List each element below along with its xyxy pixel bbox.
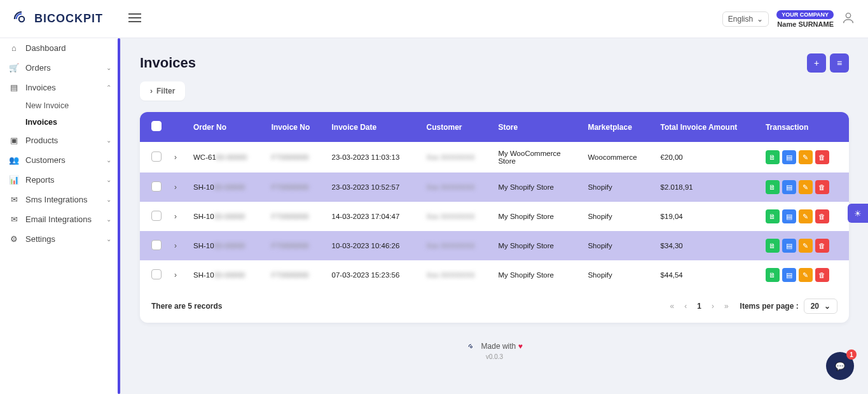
file-icon: 🗎 <box>769 153 776 161</box>
view-invoice-button[interactable]: ▤ <box>782 209 796 223</box>
expand-row[interactable]: › <box>174 183 177 192</box>
pagination: « ‹ 1 › » <box>670 302 729 311</box>
th-date[interactable]: Invoice Date <box>326 112 420 142</box>
svg-point-2 <box>471 346 472 348</box>
language-selector[interactable]: English ⌄ <box>722 11 769 27</box>
row-checkbox[interactable] <box>151 269 162 279</box>
page-first[interactable]: « <box>670 302 675 311</box>
footer-logo-icon <box>466 344 476 350</box>
row-checkbox[interactable] <box>151 181 162 192</box>
edit-invoice-button[interactable]: ✎ <box>799 239 813 253</box>
view-invoice-button[interactable]: ▤ <box>782 180 796 194</box>
delete-invoice-button[interactable]: 🗑 <box>815 268 829 282</box>
filter-button[interactable]: › Filter <box>140 81 185 101</box>
page-prev[interactable]: ‹ <box>684 302 687 311</box>
th-order[interactable]: Order No <box>187 112 265 142</box>
th-store[interactable]: Store <box>492 112 581 142</box>
row-checkbox[interactable] <box>151 240 162 250</box>
select-all-checkbox[interactable] <box>151 121 162 131</box>
theme-toggle[interactable]: ☀ <box>848 204 868 223</box>
edit-invoice-button[interactable]: ✎ <box>799 209 813 223</box>
file-icon: 🗎 <box>769 213 776 220</box>
delete-invoice-button[interactable]: 🗑 <box>815 180 829 194</box>
download-invoice-button[interactable]: 🗎 <box>766 268 780 282</box>
heart-icon: ♥ <box>518 342 523 351</box>
sidebar-item-invoices[interactable]: ▤Invoices⌃ <box>0 78 120 97</box>
sidebar-item-email[interactable]: ✉Email Integrations⌄ <box>0 209 120 229</box>
view-invoice-button[interactable]: ▤ <box>782 150 796 164</box>
cell-date: 07-03-2023 15:23:56 <box>326 260 420 290</box>
cell-order: WC-6100-00000 <box>187 142 265 172</box>
cell-invoice: FT0000000 <box>265 142 326 172</box>
chevron-up-icon: ⌃ <box>106 84 111 91</box>
topbar: BICOCKPIT English ⌄ YOUR COMPANY Name SU… <box>0 0 868 38</box>
sidebar-item-products[interactable]: ▣Products⌄ <box>0 130 120 150</box>
pencil-icon: ✎ <box>803 213 808 221</box>
cell-date: 23-03-2023 11:03:13 <box>326 142 420 172</box>
page-last[interactable]: » <box>724 302 729 311</box>
th-marketplace[interactable]: Marketplace <box>581 112 654 142</box>
th-transaction: Transaction <box>759 112 849 142</box>
box-icon: ▣ <box>9 136 19 145</box>
sidebar-item-label: Orders <box>25 63 51 73</box>
home-icon: ⌂ <box>9 43 19 53</box>
sidebar-item-sms[interactable]: ✉Sms Integrations⌄ <box>0 190 120 209</box>
sidebar-item-customers[interactable]: 👥Customers⌄ <box>0 150 120 170</box>
sidebar-item-settings[interactable]: ⚙Settings⌄ <box>0 229 120 249</box>
doc-icon: ▤ <box>9 83 19 92</box>
table-row: ›SH-1000-00000FT000000014-03-2023 17:04:… <box>140 202 849 231</box>
delete-invoice-button[interactable]: 🗑 <box>815 239 829 253</box>
menu-toggle[interactable] <box>128 13 141 24</box>
edit-invoice-button[interactable]: ✎ <box>799 268 813 282</box>
sidebar-item-dashboard[interactable]: ⌂Dashboard <box>0 38 120 58</box>
delete-invoice-button[interactable]: 🗑 <box>815 150 829 164</box>
cell-amount: $2.018,91 <box>654 172 759 202</box>
th-customer[interactable]: Customer <box>420 112 492 142</box>
sidebar: ⌂Dashboard 🛒Orders⌄ ▤Invoices⌃ New Invoi… <box>0 38 121 394</box>
logo[interactable]: BICOCKPIT <box>13 10 103 28</box>
th-invoice[interactable]: Invoice No <box>265 112 326 142</box>
cell-marketplace: Shopify <box>581 202 654 231</box>
delete-invoice-button[interactable]: 🗑 <box>815 209 829 223</box>
expand-row[interactable]: › <box>174 212 177 221</box>
pencil-icon: ✎ <box>803 271 808 279</box>
chevron-down-icon: ⌄ <box>824 302 830 311</box>
chevron-down-icon: ⌄ <box>106 196 111 203</box>
download-invoice-button[interactable]: 🗎 <box>766 239 780 253</box>
user-avatar[interactable] <box>841 11 855 27</box>
sidebar-item-reports[interactable]: 📊Reports⌄ <box>0 170 120 190</box>
add-invoice-button[interactable]: + <box>807 53 826 73</box>
expand-row[interactable]: › <box>174 153 177 162</box>
sidebar-sub-invoices[interactable]: Invoices <box>0 114 120 130</box>
chat-button[interactable]: 💬 1 <box>826 352 854 380</box>
row-checkbox[interactable] <box>151 151 162 162</box>
chevron-right-icon: › <box>150 87 153 95</box>
table-row: ›SH-1000-00000FT000000010-03-2023 10:46:… <box>140 231 849 260</box>
download-invoice-button[interactable]: 🗎 <box>766 150 780 164</box>
page-next[interactable]: › <box>712 302 714 311</box>
sidebar-item-label: Products <box>25 136 58 145</box>
sidebar-item-orders[interactable]: 🛒Orders⌄ <box>0 58 120 78</box>
view-invoice-button[interactable]: ▤ <box>782 239 796 253</box>
download-invoice-button[interactable]: 🗎 <box>766 209 780 223</box>
cart-icon: 🛒 <box>9 63 19 73</box>
items-per-page-select[interactable]: 20 ⌄ <box>804 299 837 314</box>
pencil-icon: ✎ <box>803 242 808 250</box>
version: v0.0.3 <box>140 353 849 360</box>
cell-store: My Shopify Store <box>492 202 581 231</box>
expand-row[interactable]: › <box>174 241 177 250</box>
edit-invoice-button[interactable]: ✎ <box>799 150 813 164</box>
row-checkbox[interactable] <box>151 211 162 221</box>
list-view-button[interactable]: ≡ <box>830 53 849 73</box>
th-amount[interactable]: Total Invoice Amount <box>654 112 759 142</box>
users-icon: 👥 <box>9 155 19 165</box>
row-actions: 🗎▤✎🗑 <box>766 150 843 164</box>
cell-marketplace: Shopify <box>581 231 654 260</box>
edit-invoice-button[interactable]: ✎ <box>799 180 813 194</box>
pencil-icon: ✎ <box>803 183 808 192</box>
expand-row[interactable]: › <box>174 271 177 279</box>
chevron-down-icon: ⌄ <box>106 176 111 183</box>
view-invoice-button[interactable]: ▤ <box>782 268 796 282</box>
download-invoice-button[interactable]: 🗎 <box>766 180 780 194</box>
sidebar-sub-new-invoice[interactable]: New Invoice <box>0 97 120 114</box>
